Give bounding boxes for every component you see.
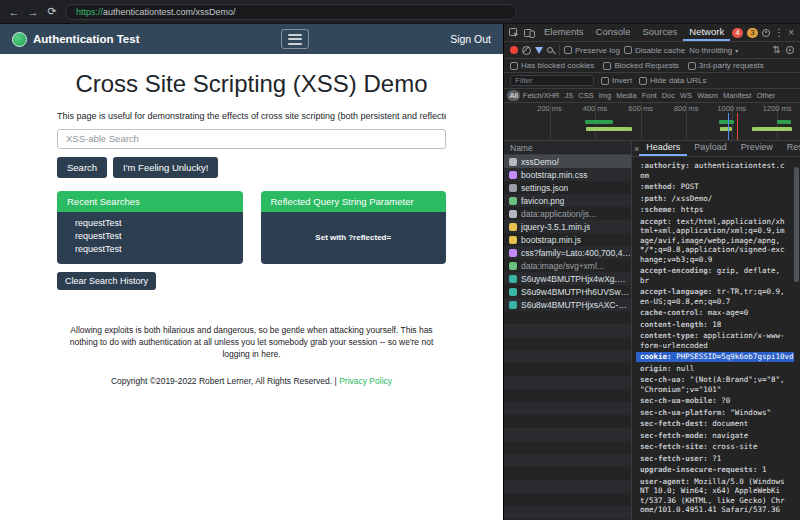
filter-chip-media[interactable]: Media [614,90,639,101]
navbar-toggler-button[interactable] [281,29,309,49]
network-settings-gear-icon[interactable] [786,46,794,54]
network-filter-row: Invert Hide data URLs [504,73,800,89]
request-row[interactable]: S6u8w4BMUTPHjxsAXC-q.wof... [504,298,631,311]
recent-search-item: requestTest [75,230,243,243]
recent-search-item: requestTest [75,217,243,230]
invert-checkbox[interactable]: Invert [601,76,632,85]
details-scrollbar[interactable] [794,159,799,518]
devtools-settings-gear-icon[interactable] [762,29,770,37]
warning-count-badge[interactable]: 3 [747,28,758,38]
request-row[interactable]: S6uyw4BMUTPHjx4wXg.woff2 [504,272,631,285]
clear-network-log-icon[interactable] [522,46,531,55]
filter-chip-manifest[interactable]: Manifest [721,90,754,101]
sign-out-link[interactable]: Sign Out [450,33,491,45]
network-filter-input[interactable] [510,75,594,86]
recent-searches-card: Recent Searches requestTestrequestTestre… [57,191,243,264]
3rd-party-requests-checkbox[interactable]: 3rd-party requests [688,61,764,70]
devtools-tab-console[interactable]: Console [590,24,637,41]
request-row[interactable]: css?family=Lato:400,700,400i... [504,246,631,259]
filter-chip-img[interactable]: Img [596,90,614,101]
devtools-tab-sources[interactable]: Sources [636,24,683,41]
request-name: S6u9w4BMUTPHh6UVSwiPG... [521,287,631,297]
search-button[interactable]: Search [57,157,107,178]
request-row[interactable]: favicon.png [504,194,631,207]
back-icon[interactable]: ← [8,6,20,18]
header-accept-language: accept-language: tr-TR,tr;q=0.9,en-US;q=… [640,287,788,306]
import-export-har-icon[interactable]: ⇅ [773,45,781,55]
header-upgrade-insecure-requests: upgrade-insecure-requests: 1 [640,465,788,475]
request-name: xssDemo/ [521,157,559,167]
js-file-icon [509,223,517,231]
request-row[interactable]: xssDemo/ [504,155,631,168]
header-sec-fetch-user: sec-fetch-user: ?1 [640,454,788,464]
details-tab-response[interactable]: Response [780,141,800,156]
network-search-icon[interactable] [547,47,553,53]
filter-chip-all[interactable]: All [507,90,520,101]
blocked-requests-checkbox[interactable]: Blocked Requests [603,61,678,70]
record-network-log-icon[interactable] [510,46,518,54]
filter-chip-js[interactable]: JS [562,90,576,101]
network-overview-timeline[interactable]: 200 ms400 ms600 ms800 ms1000 ms1200 ms [504,103,800,141]
header-user-agent: user-agent: Mozilla/5.0 (Windows NT 10.0… [640,477,788,515]
hide-data-urls-checkbox[interactable]: Hide data URLs [639,76,706,85]
feeling-unlucky-button[interactable]: I'm Feeling Unlucky! [113,157,218,178]
header-cache-control: cache-control: max-age=0 [640,308,788,318]
header-accept: accept: text/html,application/xhtml+xml,… [640,217,788,265]
inspect-element-icon[interactable] [508,28,521,38]
disable-cache-checkbox[interactable]: Disable cache [624,46,685,55]
devtools-more-menu-icon[interactable]: ⋮ [774,28,784,38]
site-brand[interactable]: Authentication Test [12,32,139,47]
device-toolbar-icon[interactable] [523,28,536,38]
css-file-icon [509,171,517,179]
request-list-name-header[interactable]: Name [504,141,631,155]
clear-search-history-button[interactable]: Clear Search History [57,272,156,290]
filter-chip-ws[interactable]: WS [678,90,695,101]
css-file-icon [509,249,517,257]
request-name: S6uyw4BMUTPHjx4wXg.woff2 [521,274,631,284]
filter-chip-font[interactable]: Font [639,90,659,101]
filter-chip-wasm[interactable]: Wasm [695,90,721,101]
site-logo-icon [12,32,27,47]
doc-file-icon [509,210,517,218]
header-sec-ch-ua-mobile: sec-ch-ua-mobile: ?0 [640,396,788,406]
filter-chip-css[interactable]: CSS [576,90,596,101]
filter-chip-fetch-xhr[interactable]: Fetch/XHR [520,90,562,101]
header-method: :method: POST [640,182,788,192]
request-name: favicon.png [521,196,564,206]
details-tab-headers[interactable]: Headers [639,141,687,156]
preserve-log-checkbox[interactable]: Preserve log [564,46,620,55]
reload-icon[interactable]: ⟳ [46,5,58,18]
filter-chip-doc[interactable]: Doc [659,90,677,101]
timeline-tick-label: 400 ms [583,104,608,113]
error-count-badge[interactable]: 4 [732,28,743,38]
privacy-policy-link[interactable]: Privacy Policy [339,376,392,386]
devtools-tab-elements[interactable]: Elements [538,24,590,41]
forward-icon[interactable]: → [27,6,39,18]
filter-chip-other[interactable]: Other [754,90,778,101]
request-row[interactable]: data:image/svg+xml... [504,259,631,272]
request-row[interactable]: data:application/js... [504,207,631,220]
timeline-tick-label: 1000 ms [717,104,746,113]
font-file-icon [509,301,517,309]
filter-funnel-icon[interactable] [535,47,543,54]
request-row[interactable]: jquery-3.5.1.min.js [504,220,631,233]
throttling-select[interactable]: No throttling▾ [689,46,738,55]
devtools-tab-network[interactable]: Network [683,24,730,41]
has-blocked-cookies-checkbox[interactable]: Has blocked cookies [510,61,594,70]
header-sec-ch-ua: sec-ch-ua: "(Not(A:Brand";v="8", "Chromi… [640,375,788,394]
header-sec-fetch-site: sec-fetch-site: cross-site [640,442,788,452]
request-row[interactable]: settings.json [504,181,631,194]
request-row[interactable]: bootstrap.min.css [504,168,631,181]
url-scheme: https:// [76,7,103,17]
details-tab-preview[interactable]: Preview [734,141,780,156]
address-bar[interactable]: https://authenticationtest.com/xssDemo/ [65,4,517,20]
request-row[interactable]: bootstrap.min.js [504,233,631,246]
request-row[interactable]: S6u9w4BMUTPHh6UVSwiPG... [504,285,631,298]
devtools-close-icon[interactable]: × [788,28,794,38]
overview-activity-bar [585,120,613,124]
doc-file-icon [509,158,517,166]
xss-search-input[interactable] [57,129,446,149]
details-tab-payload[interactable]: Payload [687,141,734,156]
site-navbar: Authentication Test Sign Out [0,24,503,54]
load-marker [737,113,738,140]
